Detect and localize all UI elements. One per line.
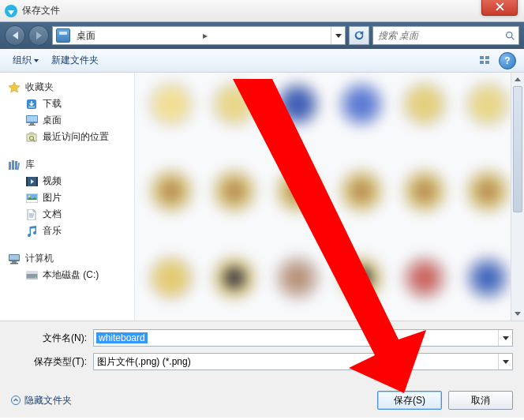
svg-rect-20 [12, 261, 17, 263]
file-browser[interactable] [134, 73, 524, 321]
file-thumbnail[interactable] [146, 79, 196, 129]
scrollbar[interactable] [511, 73, 524, 321]
computer-icon [8, 253, 21, 265]
filetype-field[interactable]: 图片文件(.png) (*.png) [93, 353, 513, 370]
svg-point-24 [35, 276, 36, 278]
file-thumbnail[interactable] [272, 253, 323, 303]
sidebar-item-music[interactable]: 音乐 [8, 223, 131, 239]
sidebar-item-videos[interactable]: 视频 [8, 173, 131, 189]
filetype-dropdown[interactable] [498, 354, 512, 369]
item-label: 视频 [43, 174, 62, 188]
item-label: 下载 [43, 97, 62, 111]
chevron-right-icon[interactable]: ▸ [201, 30, 209, 41]
address-history-dropdown[interactable] [331, 27, 345, 44]
address-bar[interactable]: 桌面 ▸ [52, 26, 346, 45]
file-thumbnail[interactable] [399, 166, 450, 216]
close-button[interactable] [481, 0, 518, 16]
group-label: 计算机 [25, 252, 54, 265]
sidebar-item-pictures[interactable]: 图片 [8, 189, 131, 206]
new-folder-label: 新建文件夹 [51, 54, 99, 67]
desktop-icon [25, 114, 38, 127]
drive-icon [25, 269, 38, 282]
search-input[interactable] [373, 30, 502, 41]
item-label: 图片 [43, 191, 62, 204]
search-icon [502, 31, 518, 41]
sidebar-group-favorites[interactable]: 收藏夹 [8, 81, 131, 94]
nav-forward-button[interactable] [28, 25, 49, 46]
svg-rect-25 [26, 271, 38, 274]
video-icon [25, 175, 38, 188]
app-icon [5, 5, 17, 17]
save-fields: 文件名(N): whiteboard 保存类型(T): 图片文件(.png) (… [0, 321, 524, 383]
dialog-footer: 隐藏文件夹 保存(S) 取消 [0, 383, 524, 418]
group-label: 收藏夹 [25, 81, 54, 94]
save-button[interactable]: 保存(S) [377, 391, 442, 410]
group-label: 库 [25, 158, 35, 171]
titlebar: 保存文件 [0, 0, 524, 22]
svg-rect-4 [485, 61, 489, 64]
sidebar-item-desktop[interactable]: 桌面 [8, 112, 131, 129]
organize-label: 组织 [13, 54, 32, 67]
desktop-icon [56, 28, 70, 43]
toolbar: 组织 新建文件夹 ? [0, 49, 524, 73]
item-label: 最近访问的位置 [43, 130, 109, 144]
scroll-down-button[interactable] [511, 307, 524, 321]
organize-button[interactable]: 组织 [8, 52, 43, 69]
file-thumbnail[interactable] [462, 79, 513, 129]
cancel-button[interactable]: 取消 [448, 391, 513, 410]
new-folder-button[interactable]: 新建文件夹 [47, 52, 103, 69]
file-thumbnail[interactable] [336, 79, 387, 129]
file-thumbnail[interactable] [399, 79, 450, 129]
help-button[interactable]: ? [499, 52, 516, 69]
document-icon [25, 208, 38, 221]
recent-icon [25, 131, 38, 144]
svg-point-17 [28, 195, 29, 197]
chevron-down-icon [34, 59, 39, 62]
item-label: 桌面 [43, 114, 62, 127]
sidebar-item-downloads[interactable]: 下载 [8, 96, 131, 112]
refresh-button[interactable] [349, 26, 369, 45]
filename-history-dropdown[interactable] [498, 330, 512, 346]
svg-rect-9 [28, 125, 36, 126]
hide-folders-button[interactable]: 隐藏文件夹 [11, 394, 72, 407]
file-thumbnail[interactable] [146, 166, 196, 216]
scroll-up-button[interactable] [511, 73, 524, 86]
svg-rect-8 [30, 123, 34, 125]
sidebar-group-libraries[interactable]: 库 [8, 158, 131, 171]
file-thumbnail[interactable] [336, 166, 387, 216]
sidebar: 收藏夹 下载 桌面 最近访问的位置 库 视频 图片 文档 [0, 73, 134, 321]
file-thumbnail[interactable] [399, 253, 450, 303]
file-thumbnail[interactable] [209, 253, 260, 303]
view-options-button[interactable] [477, 52, 496, 69]
search-box[interactable] [372, 26, 519, 45]
sidebar-item-documents[interactable]: 文档 [8, 206, 131, 223]
filename-field[interactable]: whiteboard [93, 329, 513, 347]
address-location: 桌面 [73, 29, 201, 43]
file-thumbnail[interactable] [146, 253, 196, 303]
file-thumbnail[interactable] [209, 79, 260, 129]
chevron-up-icon [11, 396, 21, 405]
view-icon [479, 55, 492, 66]
file-thumbnail[interactable] [272, 166, 323, 216]
filetype-value: 图片文件(.png) (*.png) [94, 355, 191, 369]
file-thumbnail[interactable] [209, 166, 260, 216]
svg-rect-13 [26, 177, 28, 186]
file-thumbnail[interactable] [462, 253, 513, 303]
file-thumbnail[interactable] [336, 253, 387, 303]
refresh-icon [354, 30, 365, 41]
nav-back-button[interactable] [5, 25, 25, 46]
music-icon [25, 225, 38, 238]
svg-rect-3 [485, 56, 489, 59]
item-label: 音乐 [43, 224, 62, 238]
filename-value[interactable]: whiteboard [96, 332, 148, 343]
scroll-thumb[interactable] [513, 86, 522, 212]
file-thumbnail[interactable] [462, 166, 513, 216]
sidebar-item-recent[interactable]: 最近访问的位置 [8, 129, 131, 145]
sidebar-item-drive-c[interactable]: 本地磁盘 (C:) [8, 267, 131, 283]
file-thumbnail[interactable] [272, 79, 323, 129]
sidebar-group-computer[interactable]: 计算机 [8, 252, 131, 265]
download-icon [25, 98, 38, 111]
svg-rect-21 [10, 263, 18, 264]
svg-rect-1 [480, 56, 484, 59]
filetype-label: 保存类型(T): [11, 355, 93, 369]
